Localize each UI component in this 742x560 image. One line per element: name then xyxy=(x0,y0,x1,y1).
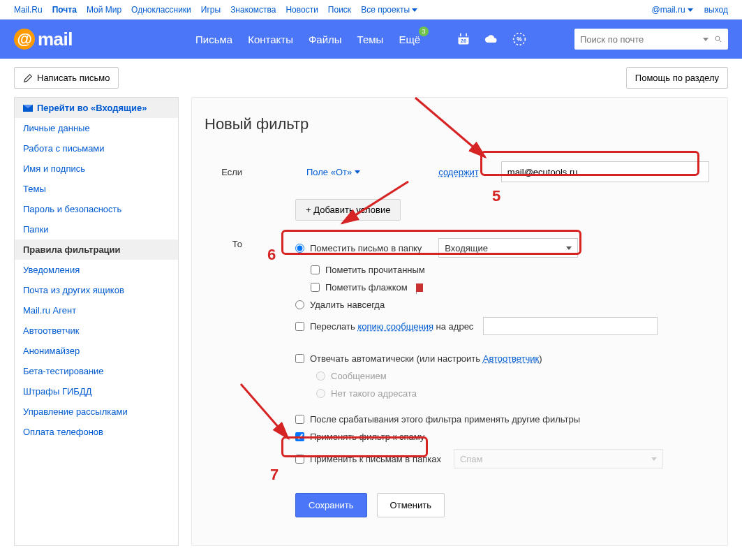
action-mark-flag: Пометить флажком xyxy=(311,279,715,296)
search-input[interactable] xyxy=(580,34,697,45)
sidebar-item-label: Перейти во «Входящие» xyxy=(37,103,147,113)
apply-folders-value: Спам xyxy=(460,454,483,464)
mark-read-label: Пометить прочитанным xyxy=(325,265,425,275)
annotation-number-5: 5 xyxy=(492,187,500,205)
copy-message-link[interactable]: копию сообщения xyxy=(357,321,433,332)
compose-button[interactable]: Написать письмо xyxy=(14,67,119,89)
checkbox-apply-others[interactable] xyxy=(295,415,304,424)
compose-label: Написать письмо xyxy=(37,73,110,83)
main-content: Новый фильтр Если Поле «От» содержит + Д… xyxy=(191,97,728,546)
sidebar: Перейти во «Входящие» Личные данные Рабо… xyxy=(14,97,179,546)
svg-rect-2 xyxy=(460,34,461,36)
autoreply-label: Отвечать автоматически (или настроить Ав… xyxy=(310,353,542,364)
checkbox-apply-folders[interactable] xyxy=(295,455,304,464)
at-icon: @ xyxy=(14,29,35,50)
cloud-icon[interactable] xyxy=(484,32,498,46)
sidebar-item-security[interactable]: Пароль и безопасность xyxy=(15,199,178,219)
radio-delete-forever[interactable] xyxy=(295,300,304,309)
radio-reply-message xyxy=(316,371,325,381)
forward-address-input[interactable] xyxy=(483,317,658,335)
cancel-button[interactable]: Отменить xyxy=(377,493,445,517)
folder-select[interactable]: Входящие xyxy=(438,238,578,258)
svg-text:26: 26 xyxy=(461,38,466,44)
topbar-link-dating[interactable]: Знакомства xyxy=(230,5,276,15)
user-email-link[interactable]: @mail.ru xyxy=(652,5,693,15)
sidebar-item-signature[interactable]: Имя и подпись xyxy=(15,159,178,179)
topbar-link-moimir[interactable]: Мой Мир xyxy=(87,5,121,15)
topbar-link-games[interactable]: Игры xyxy=(201,5,221,15)
contains-dropdown[interactable]: содержит xyxy=(438,167,479,177)
nav-icons: 26 % xyxy=(457,32,526,46)
logo[interactable]: @ mail xyxy=(14,29,195,50)
sidebar-item-anonymizer[interactable]: Анонимайзер xyxy=(15,341,178,361)
action-forward: Переслать копию сообщения на адрес xyxy=(295,314,715,339)
sidebar-item-fines[interactable]: Штрафы ГИБДД xyxy=(15,381,178,401)
folder-selected-label: Входящие xyxy=(445,243,488,253)
logo-text: mail xyxy=(38,29,73,50)
field-from-dropdown[interactable]: Поле «От» xyxy=(306,167,360,177)
checkbox-mark-flag[interactable] xyxy=(311,283,320,292)
sidebar-item-subscriptions[interactable]: Управление рассылками xyxy=(15,401,178,422)
topbar-links: Mail.Ru Почта Мой Мир Одноклассники Игры… xyxy=(14,5,417,15)
search-box[interactable] xyxy=(574,29,728,50)
apply-folders-label: Применить к письмам в папках xyxy=(310,454,441,464)
move-folder-label: Поместить письмо в папку xyxy=(310,243,422,253)
pencil-icon xyxy=(23,73,33,83)
caret-down-icon xyxy=(651,457,657,461)
topbar-link-ok[interactable]: Одноклассники xyxy=(131,5,191,15)
sidebar-item-filters[interactable]: Правила фильтрации xyxy=(15,240,178,260)
action-mark-read: Пометить прочитанным xyxy=(311,261,715,279)
checkbox-forward[interactable] xyxy=(295,322,304,331)
sidebar-item-payments[interactable]: Оплата телефонов xyxy=(15,422,178,442)
caret-down-icon xyxy=(566,246,572,250)
nav-files[interactable]: Файлы xyxy=(309,34,342,45)
to-label: То xyxy=(205,235,246,472)
svg-rect-1 xyxy=(459,35,469,37)
radio-move-folder[interactable] xyxy=(295,244,304,253)
caret-down-icon[interactable] xyxy=(703,38,708,41)
sidebar-item-agent[interactable]: Mail.ru Агент xyxy=(15,300,178,320)
checkbox-mark-read[interactable] xyxy=(311,265,320,274)
layout: Перейти во «Входящие» Личные данные Рабо… xyxy=(0,97,742,560)
help-button[interactable]: Помощь по разделу xyxy=(626,67,728,89)
sidebar-item-notifications[interactable]: Уведомления xyxy=(15,260,178,280)
condition-value-input[interactable] xyxy=(501,161,709,182)
mark-flag-label: Пометить флажком xyxy=(325,282,408,293)
reply-message-label: Сообщением xyxy=(331,371,387,381)
action-no-recipient: Нет такого адресата xyxy=(316,385,715,402)
nav-contacts[interactable]: Контакты xyxy=(248,34,293,45)
nav-more[interactable]: Ещё 3 xyxy=(399,34,420,45)
topbar-link-news[interactable]: Новости xyxy=(285,5,318,15)
sidebar-item-folders[interactable]: Папки xyxy=(15,219,178,240)
topbar-link-mailru[interactable]: Mail.Ru xyxy=(14,5,43,15)
checkbox-apply-spam[interactable] xyxy=(295,432,304,441)
sidebar-item-beta[interactable]: Бета-тестирование xyxy=(15,361,178,381)
sidebar-item-letters[interactable]: Работа с письмами xyxy=(15,138,178,159)
percent-icon[interactable]: % xyxy=(512,32,526,46)
calendar-icon[interactable]: 26 xyxy=(457,32,470,46)
save-button[interactable]: Сохранить xyxy=(295,493,367,517)
field-from-label: Поле «От» xyxy=(306,167,352,177)
logout-link[interactable]: выход xyxy=(704,5,728,15)
nav-themes[interactable]: Темы xyxy=(357,34,384,45)
action-reply-message: Сообщением xyxy=(316,367,715,385)
sidebar-item-personal[interactable]: Личные данные xyxy=(15,118,178,138)
delete-forever-label: Удалить навсегда xyxy=(310,300,385,310)
action-apply-folders: Применить к письмам в папках Спам xyxy=(295,445,715,472)
caret-down-icon xyxy=(412,8,417,12)
search-icon[interactable] xyxy=(714,34,722,45)
topbar-link-all[interactable]: Все проекты xyxy=(361,5,417,15)
nav-letters[interactable]: Письма xyxy=(195,34,232,45)
autoresponder-link[interactable]: Автоответчик xyxy=(483,353,539,364)
topbar-link-search[interactable]: Поиск xyxy=(328,5,351,15)
add-condition-button[interactable]: + Добавить условие xyxy=(295,199,401,221)
action-autoreply: Отвечать автоматически (или настроить Ав… xyxy=(295,350,715,367)
sidebar-item-autoresponder[interactable]: Автоответчик xyxy=(15,320,178,341)
topbar-right: @mail.ru выход xyxy=(652,5,728,15)
envelope-icon xyxy=(23,105,33,112)
sidebar-item-themes[interactable]: Темы xyxy=(15,179,178,199)
checkbox-autoreply[interactable] xyxy=(295,354,304,363)
topbar-link-mail[interactable]: Почта xyxy=(52,5,77,15)
sidebar-goto-inbox[interactable]: Перейти во «Входящие» xyxy=(15,98,178,118)
sidebar-item-other-mail[interactable]: Почта из других ящиков xyxy=(15,280,178,300)
